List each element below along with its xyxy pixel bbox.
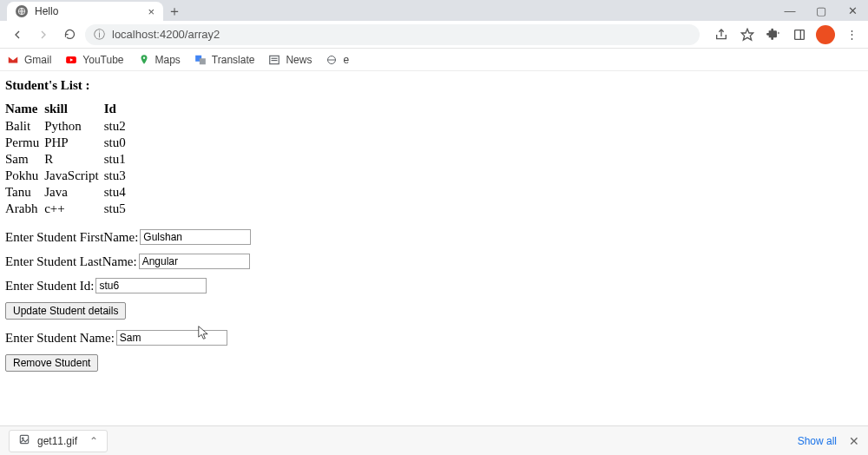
lastname-label: Enter Student LastName: (5, 254, 137, 269)
remove-button[interactable]: Remove Student (5, 354, 98, 372)
close-icon[interactable]: × (148, 5, 155, 18)
cell-skill: Python (44, 118, 103, 135)
news-icon (268, 54, 280, 66)
svg-point-6 (142, 56, 144, 58)
col-id: Id (104, 102, 131, 118)
id-input[interactable] (95, 278, 207, 293)
svg-rect-2 (795, 30, 805, 39)
site-info-icon[interactable]: ⓘ (94, 27, 105, 43)
cell-id: stu3 (104, 168, 131, 184)
download-item[interactable]: get11.gif ⌃ (9, 430, 108, 452)
firstname-input[interactable] (140, 229, 251, 245)
bookmark-e[interactable]: e (326, 54, 349, 66)
new-tab-button[interactable]: ＋ (163, 2, 186, 21)
file-icon (18, 433, 30, 448)
cell-skill: c++ (44, 201, 103, 217)
bookmark-label: e (343, 54, 349, 66)
cell-name: Balit (5, 118, 44, 135)
cell-skill: R (44, 151, 103, 168)
cell-skill: JavaScript (44, 168, 103, 184)
extension-icon[interactable] (764, 25, 783, 44)
page-content: Student's List : Name skill Id BalitPyth… (0, 71, 868, 389)
table-row: SamRstu1 (5, 151, 131, 168)
svg-point-14 (22, 438, 23, 439)
lastname-input[interactable] (139, 254, 250, 269)
maximize-icon[interactable]: ▢ (806, 0, 837, 21)
table-row: TanuJavastu4 (5, 184, 131, 201)
bookmarks-bar: Gmail YouTube Maps Translate News e (0, 49, 868, 71)
back-button[interactable] (7, 24, 28, 45)
menu-icon[interactable]: ⋮ (842, 25, 861, 44)
show-all-link[interactable]: Show all (798, 435, 837, 447)
student-table: Name skill Id BalitPythonstu2PermuPHPstu… (5, 102, 131, 217)
update-button[interactable]: Update Student details (5, 302, 126, 320)
reload-button[interactable] (59, 24, 80, 45)
bookmark-gmail[interactable]: Gmail (7, 54, 51, 66)
close-icon[interactable]: ✕ (849, 434, 859, 448)
svg-marker-1 (741, 29, 753, 40)
translate-icon (194, 54, 207, 66)
name-input[interactable] (116, 330, 227, 346)
firstname-label: Enter Student FirstName: (5, 230, 138, 245)
profile-avatar[interactable] (816, 25, 835, 44)
id-label: Enter Student Id: (5, 279, 94, 293)
bookmark-news[interactable]: News (268, 54, 312, 66)
cell-name: Tanu (5, 184, 44, 201)
cell-id: stu4 (104, 184, 131, 201)
url-box[interactable]: ⓘ localhost:4200/array2 (85, 24, 700, 45)
svg-rect-8 (200, 58, 206, 64)
panel-icon[interactable] (790, 25, 809, 44)
minimize-icon[interactable]: — (774, 0, 806, 21)
name-label: Enter Student Name: (5, 331, 115, 346)
close-window-icon[interactable]: ✕ (837, 0, 868, 21)
browser-tab[interactable]: Hello × (7, 2, 163, 21)
col-skill: skill (44, 102, 103, 118)
share-icon[interactable] (712, 25, 731, 44)
chevron-up-icon[interactable]: ⌃ (89, 435, 98, 447)
maps-icon (138, 54, 150, 66)
bookmark-label: Maps (155, 54, 181, 66)
col-name: Name (5, 102, 44, 118)
globe-icon (326, 54, 338, 66)
table-row: PokhuJavaScriptstu3 (5, 168, 131, 184)
cell-id: stu2 (104, 118, 131, 135)
cell-name: Arabh (5, 201, 44, 217)
youtube-icon (65, 54, 77, 66)
cell-skill: PHP (44, 135, 103, 151)
bookmark-label: Translate (212, 54, 255, 66)
bookmark-label: News (286, 54, 312, 66)
star-icon[interactable] (738, 25, 757, 44)
browser-tabs: Hello × ＋ — ▢ ✕ (0, 0, 868, 21)
bookmark-label: Gmail (24, 54, 51, 66)
forward-button[interactable] (33, 24, 54, 45)
table-row: Arabhc++stu5 (5, 201, 131, 217)
gmail-icon (7, 54, 19, 66)
globe-icon (16, 5, 28, 17)
cell-skill: Java (44, 184, 103, 201)
url-text: localhost:4200/array2 (112, 28, 220, 41)
cell-name: Permu (5, 135, 44, 151)
cell-name: Pokhu (5, 168, 44, 184)
cell-id: stu1 (104, 151, 131, 168)
page-heading: Student's List : (5, 78, 863, 93)
bookmark-youtube[interactable]: YouTube (65, 54, 123, 66)
bookmark-translate[interactable]: Translate (194, 54, 255, 66)
cell-name: Sam (5, 151, 44, 168)
tab-title: Hello (35, 5, 141, 17)
address-bar: ⓘ localhost:4200/array2 ⋮ (0, 21, 868, 49)
bookmark-label: YouTube (82, 54, 123, 66)
download-filename: get11.gif (37, 435, 77, 447)
download-bar: get11.gif ⌃ Show all ✕ (0, 425, 868, 455)
table-row: PermuPHPstu0 (5, 135, 131, 151)
cell-id: stu0 (104, 135, 131, 151)
window-controls: — ▢ ✕ (774, 0, 868, 21)
bookmark-maps[interactable]: Maps (138, 54, 181, 66)
table-row: BalitPythonstu2 (5, 118, 131, 135)
cell-id: stu5 (104, 201, 131, 217)
